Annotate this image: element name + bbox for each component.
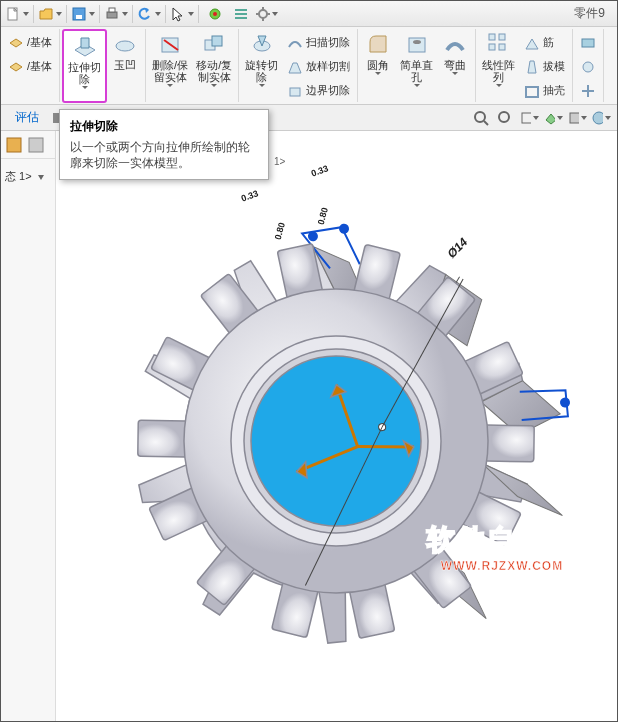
svg-rect-4 <box>109 8 115 12</box>
bend-icon <box>441 31 469 57</box>
rib-button[interactable]: 筋 <box>521 31 568 54</box>
boss-base-1[interactable]: /基体 <box>5 31 55 54</box>
svg-line-33 <box>484 121 488 125</box>
boundary-icon <box>287 83 303 99</box>
misc-btn-3[interactable] <box>577 79 599 102</box>
svg-point-32 <box>475 112 485 122</box>
select-button[interactable] <box>170 3 194 25</box>
save-button[interactable] <box>71 3 95 25</box>
shell-button[interactable]: 抽壳 <box>521 79 568 102</box>
svg-rect-8 <box>235 13 247 15</box>
boundary-cut-button[interactable]: 边界切除 <box>284 79 353 102</box>
undo-button[interactable] <box>137 3 161 25</box>
delete-keep-body-button[interactable]: 删除/保 留实体 <box>148 29 192 103</box>
open-file-button[interactable] <box>38 3 62 25</box>
svg-rect-36 <box>570 113 579 123</box>
print-button[interactable] <box>104 3 128 25</box>
sweep-icon <box>287 35 303 51</box>
extrude-cut-button[interactable]: 拉伸切 除 <box>62 29 107 103</box>
options-list-button[interactable] <box>229 3 253 25</box>
viewport-3d[interactable]: 0.33 0.33 0.80 0.80 Ø14 9 y x 1> <box>56 131 617 721</box>
sweep-cut-button[interactable]: 扫描切除 <box>284 31 353 54</box>
loft-cut-button[interactable]: 放样切割 <box>284 55 353 78</box>
panel-item-state[interactable]: 态 1> <box>5 169 51 184</box>
svg-rect-66 <box>138 420 188 457</box>
caret-icon <box>188 12 194 16</box>
caret-icon <box>56 12 62 16</box>
svg-point-34 <box>499 112 509 122</box>
watermark-text-2: WWW.RJZXW.COM <box>427 559 577 573</box>
move-copy-body-button[interactable]: 移动/复 制实体 <box>192 29 236 103</box>
svg-rect-27 <box>499 44 505 50</box>
config-tab-icon[interactable] <box>27 136 45 154</box>
svg-rect-26 <box>489 44 495 50</box>
tooltip-title: 拉伸切除 <box>70 118 258 135</box>
svg-rect-24 <box>489 34 495 40</box>
svg-point-6 <box>213 12 217 16</box>
ribbon-toolbar: /基体 /基体 拉伸切 除 玉凹 删除/保 留实体 移动/复 制实体 旋转切 除 <box>1 27 617 105</box>
caret-icon <box>122 12 128 16</box>
section-view-button[interactable] <box>567 108 587 128</box>
tab-evaluate[interactable]: 评估 <box>7 105 47 130</box>
settings-button[interactable] <box>255 3 279 25</box>
svg-rect-2 <box>76 15 82 19</box>
svg-point-10 <box>259 10 267 18</box>
loft-icon <box>287 59 303 75</box>
svg-point-15 <box>116 41 134 51</box>
tree-tab-icon[interactable] <box>5 136 23 154</box>
hole-button[interactable]: 简单直 孔 <box>396 29 437 103</box>
fillet-button[interactable]: 圆角 <box>360 29 396 103</box>
scene-button[interactable] <box>591 108 611 128</box>
caret-icon <box>211 84 217 87</box>
caret-icon <box>375 72 381 75</box>
display-style-button[interactable] <box>543 108 563 128</box>
svg-rect-39 <box>29 138 43 152</box>
svg-rect-25 <box>499 34 505 40</box>
caret-icon <box>452 72 458 75</box>
caret-icon <box>155 12 161 16</box>
gear-teeth-overlay <box>86 171 606 721</box>
draft-icon <box>524 59 540 75</box>
canvas-area: 态 1> 0.33 0.33 0.80 0.80 Ø14 9 y x 1> <box>1 131 617 721</box>
move-body-icon <box>200 31 228 57</box>
rotate-cut-icon <box>248 31 276 57</box>
caret-icon <box>259 84 265 87</box>
svg-rect-59 <box>484 425 534 462</box>
svg-rect-21 <box>290 88 300 96</box>
draft-button[interactable]: 拔模 <box>521 55 568 78</box>
svg-rect-7 <box>235 9 247 11</box>
rotate-cut-button[interactable]: 旋转切 除 <box>241 29 282 103</box>
misc-btn-2[interactable] <box>577 55 599 78</box>
zoom-fit-button[interactable] <box>471 108 491 128</box>
delete-body-icon <box>156 31 184 57</box>
view-orient-button[interactable] <box>519 108 539 128</box>
svg-point-30 <box>583 62 593 72</box>
fillet-icon <box>364 31 392 57</box>
tooltip-extrude-cut: 拉伸切除 以一个或两个方向拉伸所绘制的轮廓来切除一实体模型。 <box>59 109 269 180</box>
svg-point-23 <box>413 40 421 44</box>
svg-rect-28 <box>526 87 538 97</box>
bend-button[interactable]: 弯曲 <box>437 29 473 103</box>
zoom-area-button[interactable] <box>495 108 515 128</box>
caret-icon <box>89 12 95 16</box>
svg-rect-19 <box>212 36 222 46</box>
pattern-icon <box>485 31 513 57</box>
revolve-icon <box>111 31 139 57</box>
boss-base-2[interactable]: /基体 <box>5 55 55 78</box>
linear-pattern-button[interactable]: 线性阵 列 <box>478 29 519 103</box>
rib-icon <box>524 35 540 51</box>
sketch-label: 1> <box>274 156 285 167</box>
caret-icon <box>23 12 29 16</box>
feature-tree-panel: 态 1> <box>1 131 56 721</box>
misc-btn-1[interactable] <box>577 31 599 54</box>
shell-icon <box>524 83 540 99</box>
svg-rect-9 <box>235 17 247 19</box>
revolve-cut-partial[interactable]: 玉凹 <box>107 29 143 103</box>
rebuild-button[interactable] <box>203 3 227 25</box>
caret-icon <box>167 84 173 87</box>
new-file-button[interactable] <box>5 3 29 25</box>
svg-rect-38 <box>7 138 21 152</box>
svg-rect-3 <box>107 12 117 18</box>
view-tools <box>471 108 611 128</box>
caret-icon <box>272 12 278 16</box>
